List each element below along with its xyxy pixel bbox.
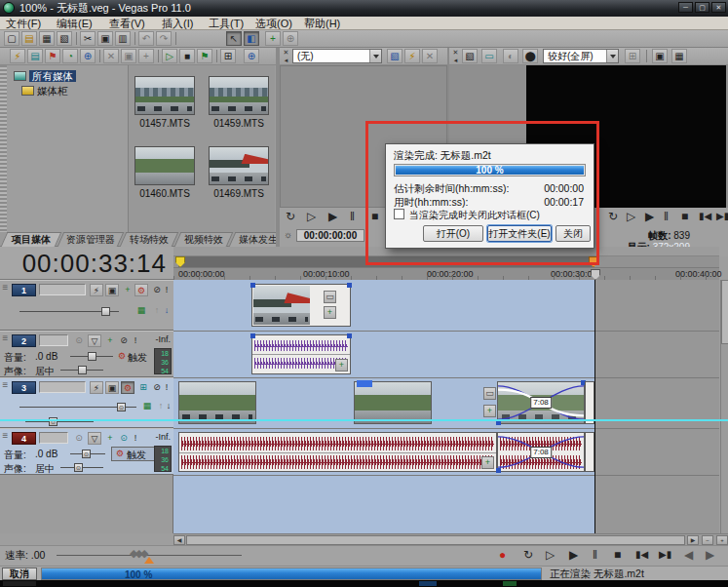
insert-fx-icon[interactable]: + bbox=[103, 432, 117, 445]
selection-tool-icon[interactable]: + bbox=[265, 31, 281, 46]
timeline-horizontal-scrollbar[interactable]: ◀ ▶ − + bbox=[173, 533, 728, 545]
audio-event-track2[interactable]: + bbox=[251, 334, 351, 374]
track-grip-icon[interactable]: ≡ bbox=[1, 284, 10, 301]
trimmer-fx-icon[interactable]: ⚡ bbox=[404, 49, 420, 63]
event-pan-crop-icon[interactable]: ▭ bbox=[483, 387, 496, 400]
event-fx-icon[interactable]: + bbox=[324, 306, 336, 319]
clip-name[interactable]: 01459.MTS bbox=[205, 118, 273, 129]
volume-slider-knob[interactable]: ⊙ bbox=[82, 450, 91, 458]
stop-preview-icon[interactable]: ■ bbox=[179, 49, 195, 63]
event-pan-crop-icon[interactable]: ▭ bbox=[324, 291, 336, 303]
normal-edit-tool-icon[interactable]: ↖ bbox=[226, 31, 242, 46]
audio-event-sliver[interactable] bbox=[585, 432, 594, 472]
next-frame-icon[interactable]: ▶ bbox=[706, 546, 714, 564]
preview-quality-icon[interactable]: ⬤ bbox=[522, 49, 538, 63]
timeline-content[interactable]: ▭ + + ▭ + 7:08 bbox=[173, 280, 719, 533]
audio-event-track4[interactable]: + bbox=[178, 432, 497, 472]
envelope-tool-icon[interactable]: ◧ bbox=[244, 31, 259, 46]
tab-explorer[interactable]: 资源管理器 bbox=[60, 232, 121, 247]
bus-icon[interactable]: ⊙ bbox=[117, 432, 131, 445]
loop-playback-icon[interactable]: ↻ bbox=[608, 208, 618, 225]
open-folder-button[interactable]: 打开文件夹(E) bbox=[487, 225, 552, 242]
selection-handle[interactable] bbox=[250, 283, 255, 288]
event-fx-icon[interactable]: + bbox=[481, 456, 494, 469]
track-grip-icon[interactable]: ≡ bbox=[1, 334, 10, 352]
zoom-tool-icon[interactable]: ⊕ bbox=[283, 31, 298, 46]
track-motion-icon[interactable]: ▣ bbox=[105, 284, 119, 296]
tab-transitions[interactable]: 转场特效 bbox=[123, 232, 175, 247]
get-media-web-icon[interactable]: ◔ bbox=[62, 49, 78, 63]
trigger-label[interactable]: 触发 bbox=[127, 449, 146, 462]
rate-slider[interactable] bbox=[57, 555, 242, 556]
import-media-icon[interactable]: ▤ bbox=[27, 49, 43, 63]
track-motion-icon[interactable]: ▣ bbox=[105, 381, 119, 394]
track-name-field[interactable] bbox=[39, 334, 68, 346]
track-header-1[interactable]: ≡ 1 ⚡ ▣ + ⚙ ⊘ ! ▦ ↑ ↓ bbox=[0, 280, 173, 331]
video-event-sliver[interactable] bbox=[585, 381, 594, 424]
tree-item-all-media[interactable]: 所有媒体 bbox=[14, 70, 76, 83]
track-number[interactable]: 4 bbox=[12, 432, 36, 445]
play-from-start-icon[interactable]: ▷ bbox=[307, 208, 316, 225]
zoom-in-icon[interactable]: + bbox=[716, 535, 728, 545]
cancel-render-button[interactable]: 取消 bbox=[2, 567, 37, 580]
menu-insert[interactable]: 插入(I) bbox=[162, 17, 193, 30]
close-on-complete-checkbox[interactable] bbox=[394, 209, 404, 219]
scan-disc-icon[interactable]: ⊕ bbox=[80, 49, 96, 63]
volume-slider-knob[interactable] bbox=[88, 352, 96, 361]
views-icon[interactable]: ⊞ bbox=[220, 49, 236, 63]
video-event-track3-a[interactable] bbox=[178, 381, 256, 424]
title-bar[interactable]: 100% - 无标题.veg - Vegas Pro 11.0 ─ ▢ ✕ bbox=[0, 0, 728, 17]
record-icon[interactable]: ● bbox=[499, 546, 506, 564]
automation-gear-icon[interactable]: ⚙ bbox=[113, 448, 127, 460]
track-fx-icon[interactable]: ⚡ bbox=[90, 381, 103, 394]
tab-project-media[interactable]: 项目媒体 bbox=[4, 232, 58, 247]
track-fx-icon[interactable]: ▽ bbox=[88, 432, 101, 445]
minimize-button[interactable]: ─ bbox=[678, 2, 693, 13]
track-number[interactable]: 2 bbox=[12, 334, 36, 347]
timeline-ruler-zone[interactable]: 00:00:00:00 00:00:10:00 00:00:20:00 00:0… bbox=[173, 247, 719, 280]
play-icon[interactable]: ▶ bbox=[328, 208, 337, 225]
bypass-motion-blur-icon[interactable]: + bbox=[121, 284, 134, 296]
track-fx-icon[interactable]: ⚡ bbox=[90, 284, 103, 296]
event-fx-icon[interactable]: + bbox=[335, 359, 348, 372]
menu-file[interactable]: 文件(F) bbox=[6, 17, 41, 30]
close-trimmer-icon[interactable]: ✕ bbox=[282, 49, 290, 57]
new-project-icon[interactable]: ▢ bbox=[4, 31, 19, 46]
media-panel-grip[interactable] bbox=[0, 65, 7, 232]
solo-icon[interactable]: ! bbox=[162, 284, 172, 296]
automation-settings-icon[interactable]: ⚙ bbox=[121, 381, 134, 394]
play-from-start-icon[interactable]: ▷ bbox=[627, 208, 635, 225]
clip-thumbnail-01459[interactable] bbox=[209, 76, 269, 115]
taskbar-item[interactable] bbox=[419, 581, 437, 586]
save-icon[interactable]: ▦ bbox=[39, 31, 55, 46]
menu-options[interactable]: 选项(O) bbox=[255, 17, 292, 30]
edit-cursor[interactable] bbox=[594, 280, 595, 533]
go-to-start-icon[interactable]: ▮◀ bbox=[635, 546, 648, 564]
overlays-icon[interactable]: ⊞ bbox=[625, 49, 640, 63]
pan-slider-knob[interactable] bbox=[78, 366, 87, 374]
collapse-trimmer-icon[interactable]: ◂ bbox=[282, 57, 290, 64]
selection-handle[interactable] bbox=[347, 333, 352, 338]
trigger-label[interactable]: 触发 bbox=[128, 351, 147, 365]
copy-snapshot-icon[interactable]: ▣ bbox=[652, 49, 668, 63]
project-properties-icon[interactable]: ▧ bbox=[462, 49, 478, 63]
track-name-field[interactable] bbox=[39, 381, 86, 393]
loop-region[interactable] bbox=[178, 256, 594, 267]
timeline-vertical-scrollbar[interactable] bbox=[720, 280, 728, 533]
trimmer-time-display[interactable]: 00:00:00:00 bbox=[296, 229, 364, 242]
properties-icon[interactable]: ▧ bbox=[57, 31, 72, 46]
save-snapshot-icon[interactable]: ▦ bbox=[671, 49, 687, 63]
pause-icon[interactable]: ‖ bbox=[664, 208, 669, 225]
copy-icon[interactable]: ▣ bbox=[97, 31, 113, 46]
level-slider-knob[interactable]: ⊙ bbox=[117, 403, 126, 411]
edit-cursor-head-icon[interactable] bbox=[591, 269, 600, 280]
pause-icon[interactable]: ‖ bbox=[593, 546, 597, 564]
stop-icon[interactable]: ■ bbox=[681, 208, 688, 225]
trimmer-preset-dropdown[interactable]: (无) bbox=[292, 49, 382, 63]
taskbar-item[interactable] bbox=[3, 581, 36, 586]
dropdown-arrow-icon[interactable] bbox=[369, 50, 381, 62]
menu-tools[interactable]: 工具(T) bbox=[209, 17, 244, 30]
trimmer-edit-icon[interactable]: ▧ bbox=[387, 49, 402, 63]
play-icon[interactable]: ▶ bbox=[569, 546, 578, 564]
track-name-field[interactable] bbox=[39, 284, 86, 295]
